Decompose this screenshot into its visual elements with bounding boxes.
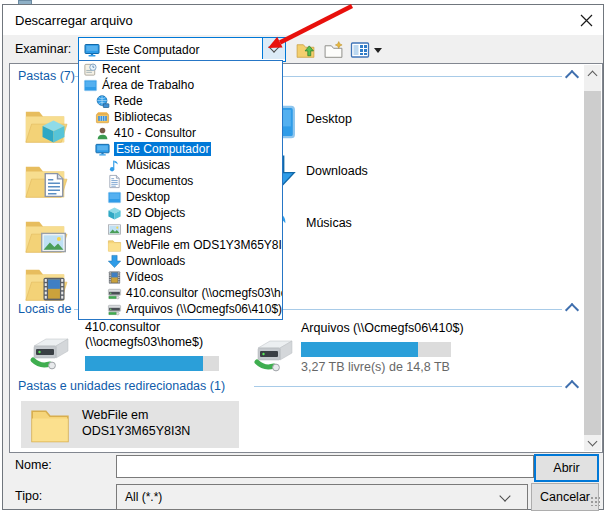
music-icon: [107, 158, 122, 173]
dropdown-item-area-de-trabalho[interactable]: Área de Trabalho: [79, 77, 282, 93]
last-folder-visited-button[interactable]: [292, 38, 318, 62]
film-icon: [40, 275, 68, 303]
computer-monitor-icon: [84, 42, 100, 58]
type-value: All (*.*): [125, 490, 162, 504]
download-arrow-icon: [107, 254, 122, 269]
new-folder-icon: [323, 40, 344, 61]
close-button[interactable]: [575, 10, 597, 30]
dropdown-item-musicas[interactable]: Músicas: [79, 157, 282, 173]
cube-icon: [40, 118, 67, 145]
picture-icon: [107, 222, 122, 237]
desktop-icon: [107, 190, 122, 205]
file-name-input[interactable]: [116, 455, 534, 478]
desktop-icon: [83, 78, 98, 93]
drive-free-space-text: 3,27 TB livre(s) de 14,8 TB: [301, 360, 450, 374]
folder-up-arrow-icon: [295, 40, 316, 61]
dropdown-item-desktop[interactable]: Desktop: [79, 189, 282, 205]
network-drive-icon: [107, 286, 122, 301]
dropdown-item-410-consultor[interactable]: 410 - Consultor: [79, 125, 282, 141]
dropdown-item-3d-objects[interactable]: 3D Objects: [79, 205, 282, 221]
chevron-down-icon: [588, 436, 598, 446]
dropdown-item-este-computador[interactable]: Este Computador: [79, 141, 282, 157]
dropdown-item-webfile[interactable]: WebFile em ODS1Y3M65Y8I3N: [79, 237, 282, 253]
chevron-down-icon: [268, 41, 279, 52]
dropdown-item-documentos[interactable]: Documentos: [79, 173, 282, 189]
folder-icon: [107, 238, 122, 253]
create-new-folder-button[interactable]: [320, 38, 346, 62]
download-file-dialog: Descarregar arquivo Examinar: Este Compu…: [2, 4, 604, 510]
dropdown-item-bibliotecas[interactable]: Bibliotecas: [79, 109, 282, 125]
film-icon: [107, 270, 122, 285]
cube-icon: [107, 206, 122, 221]
look-in-dropdown-list: Recent Área de Trabalho Rede Bibliotecas…: [78, 60, 283, 320]
scroll-up-button[interactable]: [584, 65, 601, 82]
dropdown-item-rede[interactable]: Rede: [79, 93, 282, 109]
examine-label: Examinar:: [15, 42, 71, 56]
libraries-icon: [95, 110, 110, 125]
section-locais-header: Locais de: [18, 302, 72, 316]
type-label: Tipo:: [15, 489, 42, 503]
picture-icon: [39, 228, 68, 257]
computer-monitor-icon: [95, 142, 110, 157]
section-pastas-collapse-button[interactable]: [567, 72, 577, 82]
document-icon: [107, 174, 122, 189]
recent-icon: [83, 62, 98, 77]
caret-down-icon: [374, 48, 382, 53]
name-label: Nome:: [15, 458, 52, 472]
section-divider: [254, 386, 562, 387]
chevron-up-icon: [588, 70, 598, 80]
network-drive-icon: [250, 332, 298, 380]
combobox-dropdown-button[interactable]: [262, 38, 285, 59]
resize-grip[interactable]: [590, 496, 600, 506]
dialog-title: Descarregar arquivo: [15, 13, 133, 28]
dropdown-item-videos[interactable]: Vídeos: [79, 269, 282, 285]
drive-tile-410consultor[interactable]: 410.consultor (\\ocmegfs03\home$): [24, 320, 240, 380]
section-locais-collapse-button[interactable]: [567, 305, 577, 315]
drive-tile-arquivos[interactable]: Arquivos (\\Ocmegfs06\410$) 3,27 TB livr…: [248, 320, 468, 380]
chevron-down-icon: [499, 490, 510, 501]
view-menu-button[interactable]: [348, 38, 384, 62]
cancel-button[interactable]: Cancelar: [531, 483, 599, 511]
section-redirecionadas-header: Pastas e unidades redirecionadas (1): [18, 379, 225, 393]
dropdown-item-recent[interactable]: Recent: [79, 61, 282, 77]
vertical-scrollbar[interactable]: [584, 65, 601, 451]
network-drive-icon: [107, 302, 122, 317]
scroll-down-button[interactable]: [584, 434, 601, 451]
close-icon: [580, 14, 593, 27]
views-grid-icon: [350, 40, 370, 60]
folder-tile-webfile[interactable]: WebFile em ODS1Y3M65Y8I3N: [21, 401, 239, 448]
folder-icon: [28, 403, 72, 447]
titlebar[interactable]: Descarregar arquivo: [3, 5, 603, 35]
combobox-value: Este Computador: [106, 43, 199, 57]
section-redirecionadas-collapse-button[interactable]: [567, 382, 577, 392]
section-pastas-header: Pastas (7): [18, 69, 75, 83]
dropdown-item-arquivos-share[interactable]: Arquivos (\\Ocmegfs06\410$): [79, 301, 282, 317]
document-icon: [40, 171, 68, 199]
file-type-combobox[interactable]: All (*.*): [116, 484, 528, 510]
network-drive-icon: [26, 330, 74, 378]
open-button[interactable]: Abrir: [534, 454, 599, 482]
network-icon: [95, 94, 110, 109]
scrollbar-thumb[interactable]: [584, 91, 601, 435]
dropdown-item-410consultor-share[interactable]: 410.consultor (\\ocmegfs03\hom: [79, 285, 282, 301]
drive-usage-bar: [85, 356, 219, 371]
user-icon: [95, 126, 110, 141]
dropdown-item-downloads[interactable]: Downloads: [79, 253, 282, 269]
look-in-combobox[interactable]: Este Computador: [78, 37, 286, 62]
drive-usage-bar: [301, 342, 451, 357]
dropdown-item-imagens[interactable]: Imagens: [79, 221, 282, 237]
